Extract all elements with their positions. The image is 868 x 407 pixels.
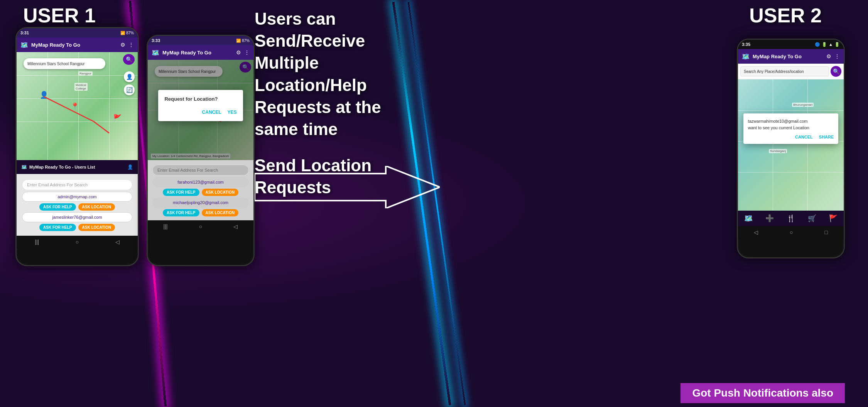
phone1-menu-icon[interactable]: ⋮ <box>128 42 134 48</box>
phone1-recents-btn[interactable]: ◁ <box>115 239 120 245</box>
phone1-user1-ask-location-btn[interactable]: ASK LOCATION <box>78 203 115 211</box>
phone3-back-btn[interactable]: ◁ <box>754 229 758 235</box>
phone2-map: Haridebpur Uttam 👤 📍 Millennium Stars Sc… <box>148 60 253 160</box>
phone2-status-bar: 3:33 📶 87% <box>148 36 253 45</box>
phone1-location-btn[interactable]: 👤 <box>124 71 135 82</box>
phone1-user2-ask-help-btn[interactable]: ASK FOR HELP <box>39 224 76 231</box>
phone2-dialog-yes-btn[interactable]: YES <box>228 110 237 115</box>
phone2-user1-ask-location-btn[interactable]: ASK LOCATION <box>202 189 238 196</box>
phone1-search-text: Millennium Stars School Rangpur <box>27 62 84 66</box>
phone2-back-btn[interactable]: ||| <box>164 223 168 230</box>
phone1-user1-email[interactable]: admin@mymap.com <box>22 192 132 202</box>
phone3-android-nav: ◁ ○ □ <box>738 226 844 238</box>
phone3-nav-menu-icon[interactable]: 🍴 <box>787 214 795 223</box>
phone2-frame: 3:33 📶 87% 🗺️ MyMap Ready To Go ⚙ ⋮ Hari… <box>147 35 255 266</box>
phone3-nav-add-icon[interactable]: ➕ <box>765 214 774 223</box>
phone1-time: 3:31 <box>20 30 29 35</box>
phone1-header-icons: ⚙ ⋮ <box>120 42 134 48</box>
phone3-nav-map-icon[interactable]: 🗺️ <box>744 214 753 223</box>
phone1-user2-email[interactable]: jameslinker76@gmail.com <box>22 212 132 222</box>
phone1-email-search[interactable]: Enter Email Address For Search <box>22 179 132 190</box>
phone1-user1-actions: ASK FOR HELP ASK LOCATION <box>22 203 132 211</box>
phone3-notification-actions: CANCEL SHARE <box>748 135 834 139</box>
phone1-app-icon: 🗺️ <box>20 41 28 49</box>
phone1-settings-icon[interactable]: ⚙ <box>120 42 125 48</box>
phone3-settings-icon[interactable]: ⚙ <box>826 53 831 59</box>
phone1-search-icon[interactable]: 🔍 <box>123 54 135 65</box>
phone2-dialog-cancel-btn[interactable]: CANCEL <box>202 110 221 115</box>
phone3-home-btn[interactable]: ○ <box>790 229 793 235</box>
phone3-menu-icon[interactable]: ⋮ <box>834 53 840 59</box>
map3-road-v2 <box>807 79 808 211</box>
phone3-wifi-icon: ▲ <box>829 42 833 47</box>
phone3-app-header: 🗺️ MyMap Ready To Go ⚙ ⋮ <box>738 49 844 64</box>
phone2-menu-icon[interactable]: ⋮ <box>244 49 250 56</box>
phone1-header-title: MyMap Ready To Go - Users List <box>29 165 95 169</box>
phone1-wrapper: 3:31 📶 87% 🗺️ MyMap Ready To Go ⚙ ⋮ <box>15 27 139 266</box>
phone1-frame: 3:31 📶 87% 🗺️ MyMap Ready To Go ⚙ ⋮ <box>15 27 139 266</box>
phone3-notification-text: tazwarmahirnote10@gmail.com want to see … <box>748 118 834 131</box>
phone3-notif-message: want to see you current Location <box>748 125 809 130</box>
push-notification-label: Got Push Notifications also <box>681 383 845 403</box>
phone1-wifi-icon: 📶 <box>120 31 125 35</box>
map3-road-v1 <box>773 79 773 211</box>
phone1-header-avatar: 👤 <box>127 164 133 170</box>
phone3-nav-cart-icon[interactable]: 🛒 <box>808 214 816 223</box>
phone1-users-list: Enter Email Address For Search admin@mym… <box>17 174 138 236</box>
phone2-wifi-icon: 📶 <box>236 39 241 43</box>
phone1-search-input[interactable]: Millennium Stars School Rangpur <box>24 58 105 69</box>
phone2-user2-actions: ASK FOR HELP ASK LOCATION <box>152 209 249 216</box>
phone2-time: 3:33 <box>152 38 160 43</box>
phone2-dialog: Request for Location? CANCEL YES <box>158 90 243 121</box>
phone2-recents-btn[interactable]: ◁ <box>233 223 238 230</box>
phone3-battery-full: 🔋 <box>834 42 840 47</box>
main-description-text: Users canSend/ReceiveMultipleLocation/He… <box>255 8 478 140</box>
phone3-bottom-nav: 🗺️ ➕ 🍴 🛒 🚩 <box>738 211 844 226</box>
phone1-back-btn[interactable]: ||| <box>35 239 39 245</box>
phone1-user2-ask-location-btn[interactable]: ASK LOCATION <box>78 224 115 231</box>
phone2-app-header: 🗺️ MyMap Ready To Go ⚙ ⋮ <box>148 45 253 60</box>
phone1-map-controls: 👤 🔄 <box>124 71 135 95</box>
phone1-user2-actions: ASK FOR HELP ASK LOCATION <box>22 224 132 231</box>
phone2-settings-icon[interactable]: ⚙ <box>236 49 241 56</box>
phone3-app-icon: 🗺️ <box>742 53 750 60</box>
phone1-refresh-btn[interactable]: 🔄 <box>124 84 135 95</box>
phone3-notif-cancel-btn[interactable]: CANCEL <box>795 135 813 139</box>
user2-label: USER 2 <box>749 4 822 27</box>
map3-road-h3 <box>738 172 844 172</box>
phone2-user1-email[interactable]: farahoni123@gmail.com <box>152 177 249 187</box>
phone1-status-icons: 📶 87% <box>120 31 134 35</box>
phone3-map: Bhurungamari Lalmonirhat Boroihim Sundar… <box>738 79 844 211</box>
phone2-user1-email-text: farahoni123@gmail.com <box>177 180 223 184</box>
phone2-email-search[interactable]: Enter Email Address For Search <box>152 165 249 176</box>
phone1-map: Rangpur MedicalCollege 📍 👤 🚩 Millennium … <box>17 52 138 160</box>
phone2-user1-ask-help-btn[interactable]: ASK FOR HELP <box>163 189 199 196</box>
phone1-status-bar: 3:31 📶 87% <box>17 28 138 37</box>
phone1-header-icon: 🗺️ <box>21 164 27 170</box>
phone3-search-text: Search Any Place/Address/location <box>744 69 804 74</box>
phone2-status-icons: 📶 87% <box>236 39 250 43</box>
phone2-android-nav: ||| ○ ◁ <box>148 220 253 233</box>
phone3-battery-icon: 🔋 <box>822 42 827 47</box>
phone3-search-input[interactable]: Search Any Place/Address/location <box>740 66 829 76</box>
phone2-email-search-text: Enter Email Address For Search <box>157 168 218 172</box>
phone1-app-header: 🗺️ MyMap Ready To Go ⚙ ⋮ <box>17 37 138 52</box>
phone3-app-title: MyMap Ready To Go <box>753 54 823 59</box>
phone2-home-btn[interactable]: ○ <box>199 223 202 230</box>
svg-marker-0 <box>255 166 440 208</box>
phone1-user1-ask-help-btn[interactable]: ASK FOR HELP <box>39 203 76 211</box>
phone2-user2-ask-location-btn[interactable]: ASK LOCATION <box>202 209 238 216</box>
phone3-status-right: 🔵 🔋 ▲ 🔋 <box>815 42 840 47</box>
center-description: Users canSend/ReceiveMultipleLocation/He… <box>255 8 478 140</box>
phone2-user2-ask-help-btn[interactable]: ASK FOR HELP <box>163 209 199 216</box>
phone3-search-icon[interactable]: 🔍 <box>831 66 841 77</box>
arrow-shape <box>255 166 440 208</box>
phone3-recents-btn[interactable]: □ <box>825 229 828 235</box>
phone3-nav-bookmark-icon[interactable]: 🚩 <box>829 214 838 223</box>
phone2-user1-actions: ASK FOR HELP ASK LOCATION <box>152 189 249 196</box>
phone1-home-btn[interactable]: ○ <box>76 239 79 245</box>
arrow-container <box>255 166 440 210</box>
phone2-user2-email[interactable]: michaeIjopling20@gmail.com <box>152 198 249 208</box>
phone3-notif-share-btn[interactable]: SHARE <box>819 135 834 139</box>
phone2-wrapper: 3:33 📶 87% 🗺️ MyMap Ready To Go ⚙ ⋮ Hari… <box>147 35 255 266</box>
